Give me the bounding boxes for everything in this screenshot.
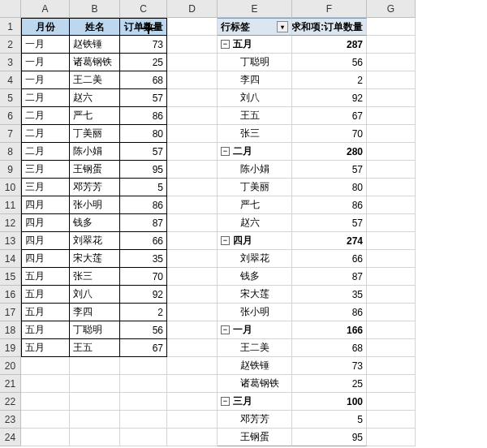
data-name-cell[interactable]: 诸葛钢铁 (70, 54, 120, 71)
data-month[interactable]: 一月 (21, 54, 70, 71)
pivot-group-一月[interactable]: −一月 (218, 321, 292, 339)
data-name-cell[interactable]: 张小明 (70, 196, 120, 214)
empty-cell[interactable] (367, 143, 416, 161)
empty-cell[interactable] (120, 429, 167, 446)
empty-cell[interactable] (70, 357, 120, 375)
data-month[interactable]: 五月 (21, 268, 70, 286)
empty-cell[interactable] (167, 107, 218, 125)
data-name-cell[interactable]: 王五 (70, 339, 120, 357)
pivot-child-label[interactable]: 王钢蛋 (218, 429, 292, 446)
empty-cell[interactable] (167, 304, 218, 321)
data-qty[interactable]: 80 (120, 125, 167, 143)
empty-cell[interactable] (167, 36, 218, 54)
row-header-1[interactable]: 1 (0, 18, 21, 36)
data-qty[interactable]: 92 (120, 286, 167, 304)
row-header-3[interactable]: 3 (0, 54, 21, 71)
empty-cell[interactable] (167, 286, 218, 304)
data-name-cell[interactable]: 丁美丽 (70, 125, 120, 143)
empty-cell[interactable] (367, 107, 416, 125)
empty-cell[interactable] (367, 214, 416, 232)
row-header-14[interactable]: 14 (0, 250, 21, 268)
col-header-D[interactable]: D (167, 0, 218, 18)
data-name-cell[interactable]: 严七 (70, 107, 120, 125)
data-qty[interactable]: 87 (120, 214, 167, 232)
empty-cell[interactable] (367, 18, 416, 36)
empty-cell[interactable] (367, 357, 416, 375)
empty-cell[interactable] (367, 375, 416, 393)
empty-cell[interactable] (367, 232, 416, 250)
pivot-header-value[interactable]: 求和项:订单数量 (292, 18, 367, 36)
row-header-9[interactable]: 9 (0, 161, 21, 179)
empty-cell[interactable] (167, 393, 218, 411)
row-header-10[interactable]: 10 (0, 179, 21, 196)
collapse-icon[interactable]: − (221, 236, 230, 245)
empty-cell[interactable] (367, 411, 416, 429)
pivot-group-三月[interactable]: −三月 (218, 393, 292, 411)
row-header-16[interactable]: 16 (0, 286, 21, 304)
pivot-child-label[interactable]: 王五 (218, 107, 292, 125)
pivot-child-label[interactable]: 钱多 (218, 268, 292, 286)
empty-cell[interactable] (21, 393, 70, 411)
data-qty[interactable]: 56 (120, 321, 167, 339)
pivot-child-label[interactable]: 诸葛钢铁 (218, 375, 292, 393)
data-month[interactable]: 五月 (21, 286, 70, 304)
empty-cell[interactable] (167, 357, 218, 375)
col-header-B[interactable]: B (70, 0, 120, 18)
row-header-4[interactable]: 4 (0, 71, 21, 89)
data-name-cell[interactable]: 刘八 (70, 286, 120, 304)
pivot-child-label[interactable]: 刘翠花 (218, 250, 292, 268)
data-month[interactable]: 四月 (21, 250, 70, 268)
data-qty[interactable]: 70 (120, 268, 167, 286)
pivot-header-label[interactable]: 行标签▾ (218, 18, 292, 36)
empty-cell[interactable] (70, 411, 120, 429)
empty-cell[interactable] (167, 161, 218, 179)
empty-cell[interactable] (167, 179, 218, 196)
empty-cell[interactable] (167, 71, 218, 89)
data-month[interactable]: 二月 (21, 89, 70, 107)
col-header-F[interactable]: F (292, 0, 367, 18)
row-header-5[interactable]: 5 (0, 89, 21, 107)
row-header-12[interactable]: 12 (0, 214, 21, 232)
empty-cell[interactable] (367, 286, 416, 304)
row-header-13[interactable]: 13 (0, 232, 21, 250)
empty-cell[interactable] (120, 411, 167, 429)
data-month[interactable]: 二月 (21, 125, 70, 143)
data-qty[interactable]: 67 (120, 339, 167, 357)
empty-cell[interactable] (70, 429, 120, 446)
data-month[interactable]: 三月 (21, 161, 70, 179)
data-month[interactable]: 四月 (21, 214, 70, 232)
empty-cell[interactable] (167, 268, 218, 286)
pivot-child-label[interactable]: 邓芳芳 (218, 411, 292, 429)
data-month[interactable]: 五月 (21, 304, 70, 321)
row-header-7[interactable]: 7 (0, 125, 21, 143)
data-month[interactable]: 一月 (21, 36, 70, 54)
data-name-cell[interactable]: 钱多 (70, 214, 120, 232)
empty-cell[interactable] (120, 375, 167, 393)
data-month[interactable]: 五月 (21, 321, 70, 339)
data-name-cell[interactable]: 李四 (70, 304, 120, 321)
col-header-G[interactable]: G (367, 0, 416, 18)
empty-cell[interactable] (120, 357, 167, 375)
empty-cell[interactable] (167, 375, 218, 393)
collapse-icon[interactable]: − (221, 40, 230, 49)
empty-cell[interactable] (367, 161, 416, 179)
empty-cell[interactable] (167, 125, 218, 143)
empty-cell[interactable] (21, 375, 70, 393)
data-name-cell[interactable]: 丁聪明 (70, 321, 120, 339)
empty-cell[interactable] (167, 89, 218, 107)
empty-cell[interactable] (70, 375, 120, 393)
data-month[interactable]: 一月 (21, 71, 70, 89)
empty-cell[interactable] (367, 196, 416, 214)
empty-cell[interactable] (367, 393, 416, 411)
col-header-A[interactable]: A (21, 0, 70, 18)
row-header-2[interactable]: 2 (0, 36, 21, 54)
data-qty[interactable]: 25 (120, 54, 167, 71)
row-header-17[interactable]: 17 (0, 304, 21, 321)
row-header-21[interactable]: 21 (0, 375, 21, 393)
pivot-child-label[interactable]: 刘八 (218, 89, 292, 107)
col-header-C[interactable]: C (120, 0, 167, 18)
data-qty[interactable]: 35 (120, 250, 167, 268)
empty-cell[interactable] (367, 429, 416, 446)
spreadsheet-grid[interactable]: ABCDEFG1月份姓名订单数量行标签▾求和项:订单数量2一月赵铁锤73−五月2… (0, 0, 487, 446)
row-header-11[interactable]: 11 (0, 196, 21, 214)
